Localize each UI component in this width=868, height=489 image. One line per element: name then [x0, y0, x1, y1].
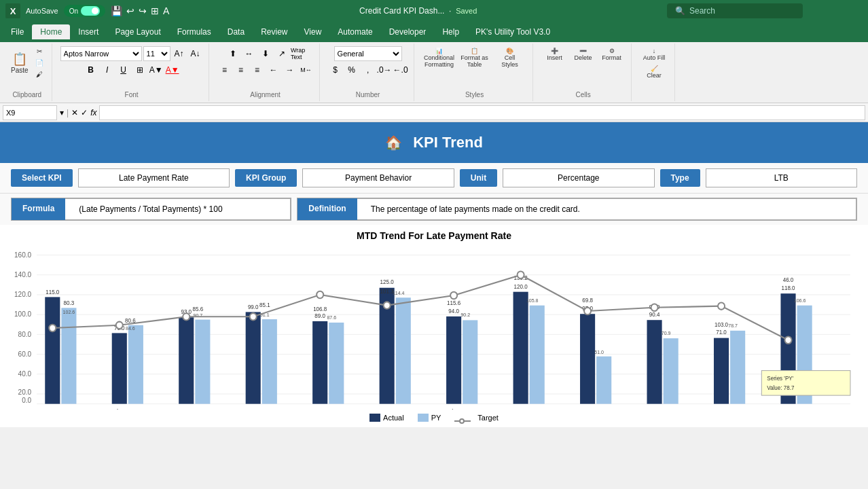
svg-text:106.6: 106.6: [794, 298, 806, 304]
increase-font-button[interactable]: A↑: [172, 46, 187, 61]
font-color-button[interactable]: A▼: [165, 62, 180, 77]
autosave-toggle[interactable]: On: [64, 5, 105, 17]
format-as-table-button[interactable]: 📋 Format as Table: [458, 46, 492, 69]
tab-view[interactable]: View: [296, 24, 330, 39]
select-kpi-badge[interactable]: Select KPI: [11, 169, 73, 187]
tab-file[interactable]: File: [3, 24, 32, 39]
svg-text:118.0: 118.0: [781, 285, 795, 291]
expand-name-icon[interactable]: ▾: [60, 108, 64, 117]
font-select[interactable]: Aptos Narrow: [60, 46, 142, 61]
tab-home[interactable]: Home: [32, 24, 70, 39]
font-color-icon[interactable]: A: [163, 5, 169, 16]
borders-button[interactable]: ⊞: [132, 62, 147, 77]
title-bar: X AutoSave On 💾 ↩ ↪ ⊞ A Credit Card KPI …: [0, 0, 868, 22]
increase-decimal-button[interactable]: .0→: [377, 62, 392, 77]
decrease-font-button[interactable]: A↓: [188, 46, 203, 61]
copy-button[interactable]: 📄: [33, 58, 46, 68]
font-size-select[interactable]: 11: [143, 46, 170, 61]
home-icon[interactable]: 🏠: [385, 134, 402, 151]
underline-button[interactable]: U: [116, 62, 131, 77]
format-painter-button[interactable]: 🖌: [33, 69, 46, 79]
align-bottom-button[interactable]: ⬇: [258, 46, 273, 61]
enter-formula-icon[interactable]: ✓: [81, 108, 88, 117]
align-middle-button[interactable]: ↔: [242, 46, 257, 61]
align-top-button[interactable]: ⬆: [225, 46, 240, 61]
italic-button[interactable]: I: [100, 62, 115, 77]
undo-icon[interactable]: ↩: [126, 5, 134, 16]
kpi-group-value-box[interactable]: Payment Behavior: [302, 168, 454, 187]
chart-legend: Actual PY Target: [11, 414, 857, 422]
type-value-box[interactable]: LTB: [706, 168, 857, 187]
cut-button[interactable]: ✂: [33, 46, 46, 56]
align-right-button[interactable]: ≡: [250, 62, 265, 77]
insert-icon: ➕: [551, 48, 558, 54]
cell-styles-button[interactable]: 🎨 Cell Styles: [493, 46, 527, 69]
kpi-value-box[interactable]: Late Payment Rate: [78, 168, 230, 187]
bar-jul-actual: [446, 316, 461, 404]
saved-badge: Saved: [456, 7, 477, 15]
target-point-jul: [450, 292, 457, 299]
delete-cells-button[interactable]: ➖ Delete: [570, 46, 597, 62]
autofill-button[interactable]: ↓ Auto Fill: [640, 46, 668, 62]
decrease-decimal-button[interactable]: ←.0: [393, 62, 408, 77]
decrease-indent-button[interactable]: ←: [266, 62, 281, 77]
function-icon[interactable]: fx: [90, 108, 96, 117]
conditional-formatting-button[interactable]: 📊 Conditional Formatting: [422, 46, 456, 69]
currency-button[interactable]: $: [328, 62, 343, 77]
wrap-text-button[interactable]: Wrap Text: [291, 46, 306, 61]
tab-page-layout[interactable]: Page Layout: [107, 24, 168, 39]
tab-insert[interactable]: Insert: [70, 24, 107, 39]
grid-icon[interactable]: ⊞: [151, 5, 159, 16]
align-center-button[interactable]: ≡: [234, 62, 249, 77]
target-point-oct: [651, 304, 658, 311]
svg-text:51.0: 51.0: [594, 349, 604, 355]
delete-icon: ➖: [579, 48, 587, 54]
search-bar[interactable]: 🔍: [667, 3, 803, 18]
percent-button[interactable]: %: [344, 62, 359, 77]
tab-data[interactable]: Data: [219, 24, 253, 39]
svg-text:120.0: 120.0: [14, 291, 31, 298]
svg-text:Oct-24: Oct-24: [645, 408, 664, 410]
cancel-formula-icon[interactable]: ✕: [71, 108, 78, 117]
svg-text:Feb-24: Feb-24: [109, 408, 129, 410]
target-point-mar: [183, 313, 189, 320]
autofill-icon: ↓: [653, 48, 656, 54]
tab-formulas[interactable]: Formulas: [169, 24, 219, 39]
svg-text:Jan-24: Jan-24: [43, 408, 62, 410]
tab-review[interactable]: Review: [253, 24, 295, 39]
unit-value-box[interactable]: Percentage: [503, 168, 654, 187]
tab-developer[interactable]: Developer: [381, 24, 435, 39]
target-point-feb: [116, 322, 123, 329]
fill-color-button[interactable]: A▼: [149, 62, 164, 77]
svg-text:80.0: 80.0: [18, 330, 32, 338]
format-cells-button[interactable]: ⚙ Format: [598, 46, 626, 62]
tab-help[interactable]: Help: [434, 24, 467, 39]
insert-cells-button[interactable]: ➕ Insert: [541, 46, 568, 62]
bar-sep-py: [596, 357, 611, 404]
formula-input[interactable]: [99, 105, 865, 120]
align-left-button[interactable]: ≡: [217, 62, 232, 77]
redo-icon[interactable]: ↪: [139, 5, 147, 16]
merge-center-button[interactable]: M↔: [299, 62, 314, 77]
chart-svg: 160.0 140.0 120.0 100.0 80.0 60.0 40.0 2…: [11, 247, 857, 410]
paste-button[interactable]: 📋 Paste: [8, 50, 31, 75]
tab-automate[interactable]: Automate: [329, 24, 380, 39]
svg-text:69.8: 69.8: [582, 297, 593, 304]
comma-button[interactable]: ,: [361, 62, 376, 77]
svg-text:Mar-24: Mar-24: [177, 408, 196, 410]
format-icon: ⚙: [609, 48, 615, 54]
tab-pk-utility[interactable]: PK's Utility Tool V3.0: [467, 24, 558, 39]
orientation-button[interactable]: ↗: [274, 46, 289, 61]
svg-text:90.2: 90.2: [460, 312, 470, 318]
target-point-aug: [518, 272, 524, 278]
increase-indent-button[interactable]: →: [283, 62, 297, 77]
definition-badge: Definition: [297, 198, 357, 220]
save-icon[interactable]: 💾: [111, 5, 122, 16]
toggle-switch[interactable]: [81, 6, 100, 16]
search-input[interactable]: [689, 6, 784, 16]
clear-button[interactable]: 🧹 Clear: [644, 64, 664, 80]
cell-name-box[interactable]: [3, 105, 57, 120]
number-format-select[interactable]: General: [334, 46, 402, 61]
copy-icon: 📄: [35, 59, 43, 67]
bold-button[interactable]: B: [84, 62, 98, 77]
